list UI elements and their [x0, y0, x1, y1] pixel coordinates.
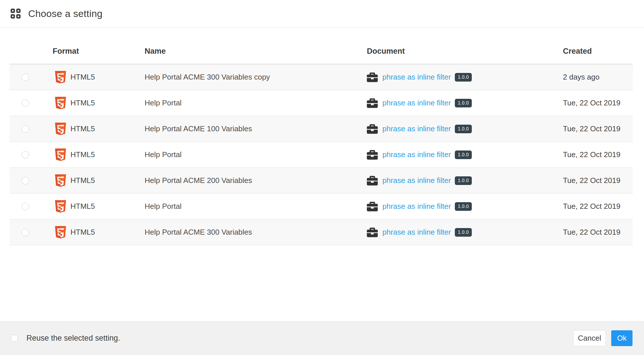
- table-row[interactable]: HTML5 Help Portal phrase as inline filte…: [9, 90, 633, 116]
- dialog-body: Format Name Document Created HTML5 Help …: [0, 28, 644, 321]
- briefcase-icon: [367, 175, 378, 186]
- format-label: HTML5: [70, 202, 95, 211]
- document-link[interactable]: phrase as inline filter: [382, 202, 451, 211]
- document-link[interactable]: phrase as inline filter: [382, 150, 451, 159]
- briefcase-icon: [367, 72, 378, 83]
- document-link[interactable]: phrase as inline filter: [382, 124, 451, 133]
- version-badge: 1.0.0: [455, 176, 471, 185]
- version-badge: 1.0.0: [455, 125, 471, 133]
- version-badge: 1.0.0: [455, 151, 471, 159]
- document-link[interactable]: phrase as inline filter: [382, 228, 451, 237]
- column-header-name: Name: [145, 47, 367, 56]
- radio-button[interactable]: [22, 229, 29, 236]
- table-row[interactable]: HTML5 Help Portal phrase as inline filte…: [9, 194, 633, 219]
- briefcase-icon: [367, 227, 378, 238]
- table-row[interactable]: HTML5 Help Portal ACME 200 Variables phr…: [9, 168, 633, 194]
- table-row[interactable]: HTML5 Help Portal ACME 100 Variables phr…: [9, 116, 633, 142]
- table-header-row: Format Name Document Created: [9, 28, 633, 64]
- setting-name: Help Portal: [145, 99, 367, 107]
- setting-name: Help Portal ACME 300 Variables: [145, 228, 367, 237]
- created-date: Tue, 22 Oct 2019: [563, 150, 633, 159]
- setting-name: Help Portal ACME 200 Variables: [145, 176, 367, 185]
- format-label: HTML5: [70, 73, 95, 82]
- html5-icon: [53, 226, 66, 239]
- briefcase-icon: [367, 201, 378, 212]
- briefcase-icon: [367, 149, 378, 160]
- html5-icon: [53, 97, 66, 109]
- grid-icon: [11, 9, 21, 19]
- format-label: HTML5: [70, 176, 95, 185]
- reuse-setting-checkbox[interactable]: [11, 335, 18, 342]
- radio-button[interactable]: [22, 177, 29, 184]
- table-row[interactable]: HTML5 Help Portal ACME 300 Variables cop…: [9, 64, 633, 90]
- document-link[interactable]: phrase as inline filter: [382, 99, 451, 107]
- document-link[interactable]: phrase as inline filter: [382, 176, 451, 185]
- setting-name: Help Portal: [145, 150, 367, 159]
- settings-table: Format Name Document Created HTML5 Help …: [9, 28, 633, 245]
- cancel-button[interactable]: Cancel: [573, 330, 606, 346]
- html5-icon: [53, 71, 66, 84]
- document-link[interactable]: phrase as inline filter: [382, 73, 451, 82]
- format-label: HTML5: [70, 228, 95, 237]
- setting-name: Help Portal ACME 100 Variables: [145, 124, 367, 133]
- setting-name: Help Portal ACME 300 Variables copy: [145, 73, 367, 82]
- dialog-titlebar: Choose a setting: [0, 0, 644, 28]
- created-date: Tue, 22 Oct 2019: [563, 228, 633, 237]
- column-header-created: Created: [563, 47, 633, 56]
- radio-button[interactable]: [22, 99, 29, 107]
- created-date: Tue, 22 Oct 2019: [563, 176, 633, 185]
- created-date: Tue, 22 Oct 2019: [563, 202, 633, 211]
- format-label: HTML5: [70, 99, 95, 107]
- html5-icon: [53, 200, 66, 213]
- created-date: Tue, 22 Oct 2019: [563, 124, 633, 133]
- dialog-title: Choose a setting: [28, 8, 102, 19]
- format-label: HTML5: [70, 124, 95, 133]
- created-date: 2 days ago: [563, 73, 633, 82]
- version-badge: 1.0.0: [455, 202, 471, 211]
- version-badge: 1.0.0: [455, 73, 471, 82]
- html5-icon: [53, 174, 66, 187]
- briefcase-icon: [367, 98, 378, 109]
- briefcase-icon: [367, 124, 378, 134]
- created-date: Tue, 22 Oct 2019: [563, 99, 633, 107]
- radio-button[interactable]: [22, 203, 29, 210]
- radio-button[interactable]: [22, 151, 29, 159]
- version-badge: 1.0.0: [455, 228, 471, 237]
- column-header-format: Format: [53, 47, 145, 56]
- radio-button[interactable]: [22, 125, 29, 133]
- html5-icon: [53, 148, 66, 161]
- table-row[interactable]: HTML5 Help Portal ACME 300 Variables phr…: [9, 219, 633, 245]
- radio-button[interactable]: [22, 74, 29, 81]
- setting-name: Help Portal: [145, 202, 367, 211]
- table-body: HTML5 Help Portal ACME 300 Variables cop…: [9, 64, 633, 245]
- format-label: HTML5: [70, 150, 95, 159]
- reuse-setting-label: Reuse the selected setting.: [26, 334, 120, 343]
- ok-button[interactable]: Ok: [611, 330, 632, 346]
- dialog-footer: Reuse the selected setting. Cancel Ok: [0, 321, 644, 355]
- table-row[interactable]: HTML5 Help Portal phrase as inline filte…: [9, 142, 633, 168]
- version-badge: 1.0.0: [455, 99, 471, 107]
- html5-icon: [53, 123, 66, 135]
- column-header-document: Document: [367, 47, 563, 56]
